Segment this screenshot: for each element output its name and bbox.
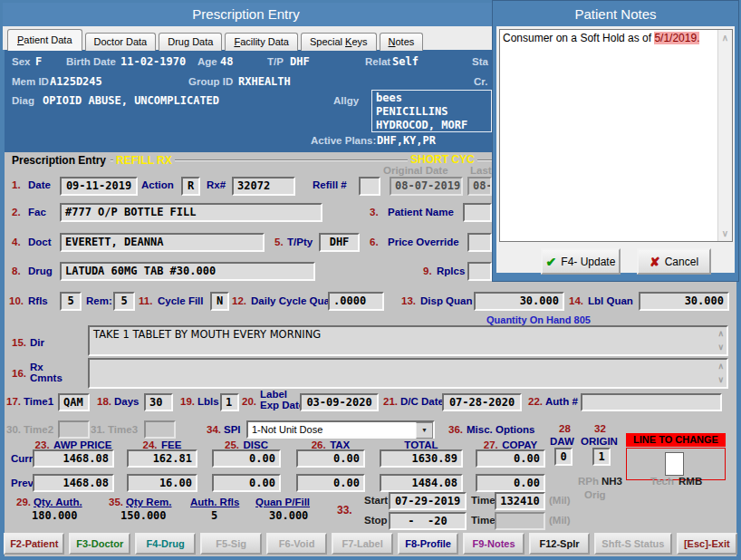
curr-fee-field[interactable]: 162.81: [127, 449, 197, 468]
curr-total-field[interactable]: 1630.89: [380, 449, 463, 468]
prescription-entry-window: Prescription Entry Patient Data Doctor D…: [0, 0, 741, 560]
days-field[interactable]: 30: [144, 393, 173, 411]
f3-doctor-button[interactable]: F3-Doctor: [69, 533, 130, 555]
patient-name-field[interactable]: [463, 203, 492, 222]
tab-doctor-data[interactable]: Doctor Data: [85, 33, 157, 51]
drug-field[interactable]: LATUDA 60MG TAB #30.000: [60, 262, 315, 281]
prev-total-field: 1484.08: [380, 474, 463, 492]
f4-update-button[interactable]: ✔ F4- Update: [541, 248, 621, 275]
time3-label: Time3: [108, 424, 138, 435]
f4-drug-button[interactable]: F4-Drug: [135, 533, 196, 555]
patient-note-line: Consumer on a Soft Hold as of 5/1/2019.: [503, 32, 699, 44]
esc-exit-button[interactable]: [Esc]-Exit: [677, 533, 737, 555]
stop-date-field[interactable]: - -20: [389, 512, 467, 530]
date-field[interactable]: 09-11-2019: [60, 177, 138, 196]
tab-label: otes: [396, 36, 415, 47]
cycle-fill-field[interactable]: N: [210, 292, 229, 311]
patient-notes-textarea[interactable]: Consumer on a Soft Hold as of 5/1/2019. …: [499, 29, 733, 242]
f2-patient-button[interactable]: F2-Patient: [4, 533, 64, 555]
time1-num: 17.: [6, 396, 21, 407]
drug-num: 8.: [12, 266, 21, 276]
refill-number-field[interactable]: [359, 177, 380, 196]
origin-field[interactable]: 1: [592, 448, 611, 466]
tab-label: atient Data: [24, 34, 72, 45]
tab-special-keys[interactable]: Special Keys: [301, 33, 377, 51]
rx-comments-textarea[interactable]: ∧ ∨: [88, 358, 728, 389]
time1-field[interactable]: QAM: [58, 393, 90, 411]
scroll-down-icon[interactable]: ∨: [717, 376, 724, 384]
doctor-field[interactable]: EVERETT, DEANNA: [60, 233, 265, 252]
scroll-down-icon[interactable]: ∨: [717, 343, 724, 352]
allergy-listbox[interactable]: bees PENICILLINS HYDROCOD, MORF: [371, 90, 492, 132]
qty-auth-label: Qty. Auth.: [34, 497, 82, 507]
tab-label: Special: [310, 36, 345, 47]
start-stop-num: 33.: [337, 504, 352, 517]
auth-number-field[interactable]: [581, 393, 722, 411]
tab-notes[interactable]: Notes: [380, 33, 424, 51]
birthdate-value: 11-02-1970: [120, 55, 186, 68]
label-exp-num: 20.: [242, 396, 256, 407]
spi-label: SPI: [224, 424, 241, 435]
rplcs-label: Rplcs: [437, 266, 465, 276]
daily-cycle-num: 12.: [232, 295, 246, 306]
note-text: Consumer on a Soft Hold as of: [503, 32, 654, 44]
origin-label: ORIGIN: [581, 436, 618, 447]
curr-copay-field[interactable]: 0.00: [476, 449, 545, 468]
price-override-field[interactable]: [467, 233, 492, 252]
scroll-up-icon[interactable]: ∧: [718, 33, 732, 43]
rfls-field[interactable]: 5: [60, 292, 82, 311]
disp-quan-field[interactable]: 30.000: [474, 292, 564, 311]
auth-label: Auth #: [545, 396, 578, 407]
tp-value: DHF: [290, 55, 310, 68]
rem-field[interactable]: 5: [113, 292, 135, 311]
tab-patient-data[interactable]: Patient Data: [7, 29, 82, 51]
f9-notes-button[interactable]: F9-Notes: [463, 533, 524, 555]
quan-pfill-value: 30.000: [269, 509, 308, 522]
tab-drug-data[interactable]: Drug Data: [159, 33, 222, 51]
original-date-field: 08-07-2019: [390, 177, 463, 196]
facility-field[interactable]: #777 O/P BOTTLE FILL: [60, 203, 322, 222]
scroll-down-icon[interactable]: ∨: [718, 228, 732, 238]
notes-scrollbar[interactable]: ∧ ∨: [717, 30, 732, 241]
scroll-up-icon[interactable]: ∧: [717, 362, 724, 371]
tpty-field[interactable]: DHF: [319, 233, 360, 252]
groupid-value: RXHEALTH: [238, 75, 291, 88]
cancel-button[interactable]: ✘ Cancel: [637, 248, 711, 275]
start-time-label: Time: [471, 495, 496, 506]
tab-label: Dru: [168, 36, 184, 47]
tech-label: Tech: [650, 476, 674, 487]
shift-s-status-button: Shft-S Status: [594, 533, 671, 555]
tab-facility-data[interactable]: Facility Data: [225, 33, 298, 51]
lbls-field[interactable]: 1: [220, 393, 239, 411]
daw-field[interactable]: 0: [554, 448, 573, 466]
directions-textarea[interactable]: TAKE 1 TABLET BY MOUTH EVERY MORNING ∧ ∨: [88, 325, 728, 356]
start-time-field[interactable]: 132410: [495, 492, 545, 510]
relat-value: Self: [392, 55, 419, 68]
birthdate-label: Birth Date: [66, 56, 116, 67]
stop-time-label: Time: [471, 515, 496, 526]
dc-date-label: D/C Date: [400, 396, 444, 407]
rplcs-field[interactable]: [467, 262, 492, 281]
scroll-up-icon[interactable]: ∧: [717, 330, 724, 338]
dc-date-field[interactable]: 07-28-2020: [442, 393, 522, 411]
daily-cycle-field[interactable]: .0000: [328, 292, 384, 311]
lbl-quan-field[interactable]: 30.000: [639, 292, 729, 311]
action-field[interactable]: R: [181, 177, 200, 196]
prev-disc-field: 0.00: [212, 474, 281, 492]
line-to-change-input[interactable]: [665, 452, 684, 476]
date-num: 1.: [12, 179, 21, 190]
curr-awp-field[interactable]: 1468.08: [33, 449, 114, 468]
active-plans-label: Active Plans:: [311, 135, 376, 146]
disp-quan-label: Disp Quan: [420, 295, 473, 306]
rx-number-field[interactable]: 32072: [232, 177, 295, 196]
prev-awp-field: 1468.08: [33, 474, 114, 492]
label-exp-date-field[interactable]: 03-09-2020: [300, 393, 379, 411]
start-date-field[interactable]: 07-29-2019: [389, 492, 467, 510]
f8-profile-button[interactable]: F8-Profile: [398, 533, 458, 555]
groupid-label: Group ID: [188, 76, 233, 87]
curr-disc-field[interactable]: 0.00: [212, 449, 281, 468]
qty-auth-num: 29.: [16, 497, 31, 507]
curr-tax-field[interactable]: 0.00: [296, 449, 365, 468]
dc-date-num: 21.: [383, 396, 398, 407]
f12-splr-button[interactable]: F12-Splr: [529, 533, 590, 555]
